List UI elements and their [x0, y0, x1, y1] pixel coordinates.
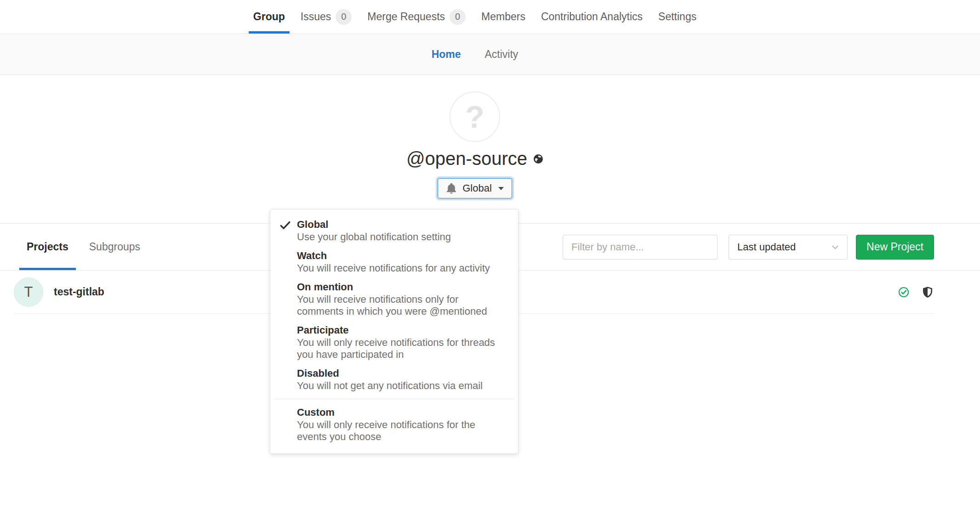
projects-tabs: Projects Subgroups	[19, 224, 154, 270]
tab-merge-requests-label: Merge Requests	[367, 11, 445, 23]
subnav-item-home[interactable]: Home	[432, 48, 461, 61]
tab-group-label: Group	[253, 11, 285, 23]
group-handle: @open-source	[406, 148, 527, 169]
project-avatar: T	[14, 277, 43, 307]
tab-contribution-analytics[interactable]: Contribution Analytics	[533, 0, 650, 34]
bell-icon	[446, 183, 457, 194]
caret-down-icon	[498, 187, 504, 190]
notification-dropdown-menu: Global Use your global notification sett…	[270, 209, 518, 454]
sort-dropdown[interactable]: Last updated	[729, 235, 848, 260]
group-nav-links: Group Issues 0 Merge Requests 0 Members …	[0, 0, 950, 34]
dropdown-option-title: Participate	[297, 324, 507, 337]
project-name-link[interactable]: test-gitlab	[54, 286, 104, 298]
dropdown-option-description: You will not get any notifications via e…	[297, 380, 507, 392]
merge-requests-count-badge: 0	[450, 9, 466, 25]
group-title-row: @open-source	[406, 148, 543, 169]
dropdown-option-title: Watch	[297, 249, 507, 262]
chevron-down-icon	[831, 243, 840, 252]
check-icon	[280, 220, 291, 231]
dropdown-divider	[275, 399, 513, 399]
dropdown-option-watch[interactable]: Watch You will receive notifications for…	[270, 246, 518, 277]
tab-subgroups[interactable]: Subgroups	[82, 224, 148, 270]
projects-toolbar-actions: Last updated New Project	[563, 235, 934, 260]
tab-contribution-analytics-label: Contribution Analytics	[541, 11, 643, 23]
dropdown-option-title: On mention	[297, 281, 507, 294]
tab-merge-requests[interactable]: Merge Requests 0	[359, 0, 473, 34]
dropdown-option-on-mention[interactable]: On mention You will receive notification…	[270, 277, 518, 321]
tab-settings[interactable]: Settings	[650, 0, 704, 34]
dropdown-option-title: Custom	[297, 406, 507, 419]
dropdown-option-title: Global	[297, 218, 507, 231]
check-circle-icon	[898, 287, 909, 298]
dropdown-option-description: You will receive notifications for any a…	[297, 262, 507, 274]
issues-count-badge: 0	[336, 9, 352, 25]
tab-members[interactable]: Members	[473, 0, 533, 34]
gitlab-group-page: Group Issues 0 Merge Requests 0 Members …	[0, 0, 980, 520]
tab-group[interactable]: Group	[245, 0, 293, 34]
sort-dropdown-value: Last updated	[737, 241, 796, 253]
dropdown-option-description: You will receive notifications only for …	[297, 294, 507, 317]
group-header: ? @open-source Global	[0, 75, 980, 224]
tab-issues[interactable]: Issues 0	[293, 0, 359, 34]
dropdown-option-description: Use your global notification setting	[297, 231, 507, 243]
dropdown-option-description: You will only receive notifications for …	[297, 419, 507, 443]
tab-members-label: Members	[481, 11, 525, 23]
group-avatar: ?	[450, 91, 500, 142]
tab-projects[interactable]: Projects	[19, 224, 76, 270]
filter-by-name-input[interactable]	[563, 235, 718, 260]
shield-icon	[923, 287, 932, 298]
dropdown-option-global[interactable]: Global Use your global notification sett…	[270, 215, 518, 246]
dropdown-option-title: Disabled	[297, 367, 507, 380]
new-project-button[interactable]: New Project	[856, 235, 934, 260]
tab-settings-label: Settings	[658, 11, 696, 23]
dropdown-option-custom[interactable]: Custom You will only receive notificatio…	[270, 403, 518, 446]
tab-issues-label: Issues	[301, 11, 331, 23]
notification-setting-button[interactable]: Global	[438, 178, 512, 198]
group-nav: Group Issues 0 Merge Requests 0 Members …	[0, 0, 980, 34]
earth-icon	[533, 154, 543, 164]
group-subnav: Home Activity	[0, 34, 980, 75]
project-row-icons	[898, 287, 934, 298]
dropdown-option-disabled[interactable]: Disabled You will not get any notificati…	[270, 364, 518, 395]
dropdown-option-participate[interactable]: Participate You will only receive notifi…	[270, 321, 518, 364]
dropdown-option-description: You will only receive notifications for …	[297, 337, 507, 361]
notification-setting-value: Global	[462, 182, 492, 194]
subnav-item-activity[interactable]: Activity	[485, 48, 518, 61]
